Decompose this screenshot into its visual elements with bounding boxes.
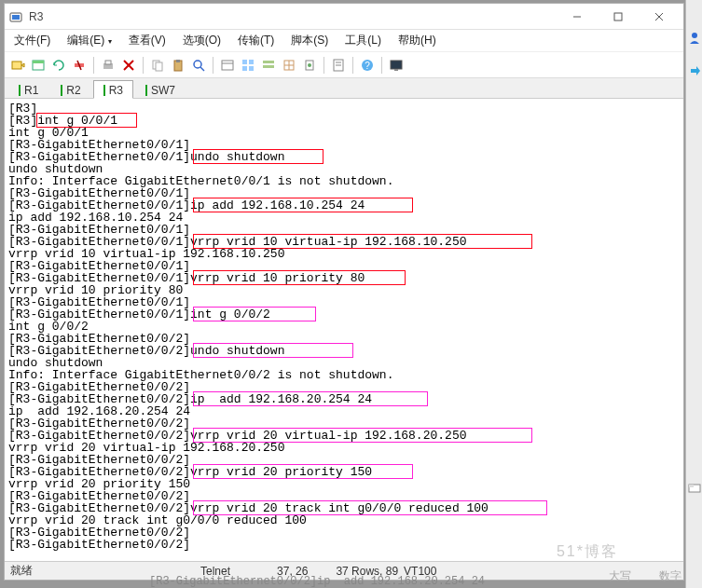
svg-point-19: [194, 61, 201, 68]
svg-rect-21: [222, 61, 233, 70]
maximize-button[interactable]: [598, 5, 639, 29]
terminal-line: [R3-GigabitEthernet0/0/1]int g 0/0/2: [8, 308, 683, 321]
menu-edit[interactable]: 编辑(E) ▾: [63, 31, 115, 50]
docked-sidebar: [685, 0, 702, 588]
toolbar-log-icon[interactable]: [329, 56, 348, 75]
menu-file[interactable]: 文件(F): [10, 31, 54, 50]
toolbar-options4-icon[interactable]: [300, 56, 319, 75]
toolbar-cancel-icon[interactable]: [119, 56, 138, 75]
svg-rect-3: [614, 13, 622, 21]
close-button[interactable]: [639, 5, 680, 29]
tab-r2[interactable]: R2: [50, 79, 90, 98]
toolbar-options3-icon[interactable]: [280, 56, 298, 75]
toolbar-screen-icon[interactable]: [387, 56, 406, 75]
menu-options[interactable]: 选项(O): [179, 31, 225, 50]
svg-rect-12: [105, 61, 111, 64]
terminal-output[interactable]: [R3][R3]int g 0/0/1int g 0/0/1[R3-Gigabi…: [5, 99, 683, 561]
toolbar: ?: [5, 52, 683, 78]
toolbar-properties-icon[interactable]: [218, 56, 237, 75]
svg-rect-1: [12, 15, 20, 20]
tab-r3[interactable]: R3: [93, 80, 133, 99]
status-right-group: 大写 数字: [609, 568, 681, 584]
toolbar-reconnect-icon[interactable]: [49, 56, 68, 75]
menu-bar: 文件(F) 编辑(E) ▾ 查看(V) 选项(O) 传输(T) 脚本(S) 工具…: [5, 30, 683, 52]
minimize-button[interactable]: [557, 5, 598, 29]
tab-r1[interactable]: R1: [8, 79, 48, 98]
svg-rect-18: [176, 60, 180, 62]
status-ready: 就绪: [10, 563, 33, 579]
svg-rect-23: [242, 60, 247, 64]
svg-rect-6: [12, 62, 21, 69]
svg-rect-26: [249, 66, 254, 71]
toolbar-session-manager-icon[interactable]: [29, 56, 48, 75]
toolbar-copy-icon[interactable]: [148, 56, 167, 75]
sidebar-transfer-icon[interactable]: [687, 63, 702, 78]
terminal-line: [R3-GigabitEthernet0/0/1]undo shutdown: [8, 151, 683, 163]
svg-point-33: [308, 63, 311, 67]
svg-rect-40: [394, 69, 398, 71]
svg-rect-39: [391, 61, 402, 69]
svg-rect-25: [242, 66, 247, 71]
toolbar-options1-icon[interactable]: [239, 56, 257, 75]
status-num: 数字: [659, 568, 681, 584]
menu-transfer[interactable]: 传输(T): [234, 31, 278, 50]
toolbar-paste-icon[interactable]: [169, 56, 187, 75]
svg-rect-28: [263, 65, 274, 68]
window-title: R3: [29, 10, 557, 23]
menu-script[interactable]: 脚本(S): [287, 31, 332, 50]
toolbar-disconnect-icon[interactable]: [70, 56, 89, 75]
svg-rect-16: [156, 62, 162, 71]
toolbar-help-icon[interactable]: ?: [358, 56, 377, 75]
svg-text:?: ?: [365, 61, 370, 71]
toolbar-options2-icon[interactable]: [259, 56, 278, 75]
tab-sw7[interactable]: SW7: [135, 79, 186, 98]
svg-rect-43: [689, 485, 694, 487]
toolbar-quick-connect-icon[interactable]: [8, 56, 27, 75]
status-caps: 大写: [609, 568, 631, 584]
toolbar-print-icon[interactable]: [99, 56, 117, 75]
svg-line-20: [200, 67, 204, 71]
sidebar-person-icon[interactable]: [687, 30, 702, 45]
app-icon: [8, 9, 23, 24]
svg-point-41: [692, 33, 697, 38]
svg-rect-27: [263, 61, 274, 63]
terminal-line: [R3]int g 0/0/1: [8, 115, 683, 127]
sidebar-folder-icon[interactable]: [687, 480, 702, 495]
terminal-line: [R3-GigabitEthernet0/0/2]undo shutdown: [8, 345, 683, 357]
tab-strip: R1 R2 R3 SW7: [5, 78, 683, 99]
svg-rect-24: [249, 60, 254, 64]
toolbar-find-icon[interactable]: [189, 56, 208, 75]
menu-view[interactable]: 查看(V): [125, 31, 170, 50]
window-titlebar: R3: [5, 4, 683, 30]
svg-rect-8: [33, 61, 44, 63]
menu-help[interactable]: 帮助(H): [394, 31, 440, 50]
terminal-line: [R3-GigabitEthernet0/0/2]: [8, 539, 683, 551]
menu-tools[interactable]: 工具(L): [341, 31, 385, 50]
background-peek-line: [R3-GigabitEthernet0/0/2]ip add 192.168.…: [149, 575, 485, 588]
